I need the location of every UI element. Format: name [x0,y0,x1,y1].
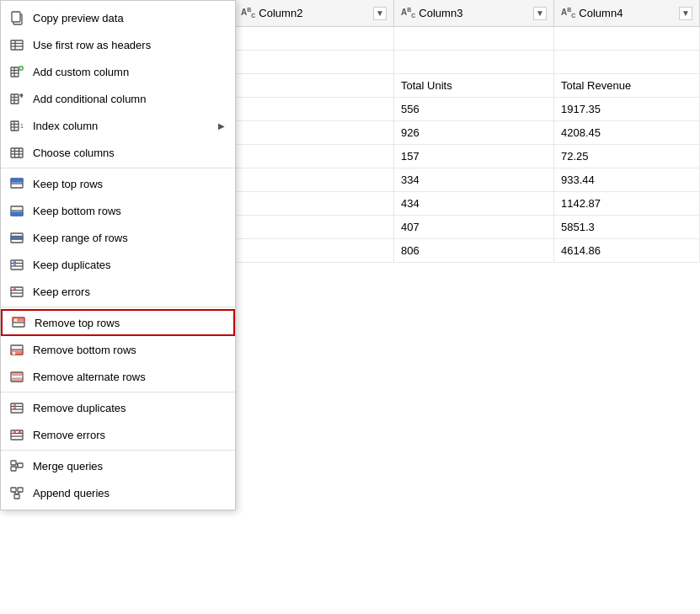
svg-rect-72 [11,467,16,471]
table-cell: 806 [394,239,554,262]
menu-label-keep-bottom-rows: Keep bottom rows [33,205,225,217]
table-cell: 5851.3 [554,216,700,238]
menu-label-use-first-row: Use first row as headers [33,39,225,51]
menu-separator [1,392,235,392]
menu-label-keep-duplicates: Keep duplicates [33,259,225,271]
menu-separator [1,450,235,451]
merge-icon [8,456,26,475]
svg-rect-76 [11,488,16,492]
keep-range-icon [8,228,26,247]
keep-bottom-icon [8,201,26,220]
table-cell [234,98,394,120]
menu-item-index-column[interactable]: 1 Index column▶ [1,112,235,139]
keep-dupes-icon [8,255,26,274]
menu-item-use-first-row[interactable]: Use first row as headers [1,31,235,58]
col4-type-icon: ABC [561,7,575,19]
index-col-icon: 1 [8,116,26,135]
svg-rect-77 [18,488,23,492]
svg-rect-63 [11,403,23,413]
svg-rect-5 [12,12,20,22]
choose-cols-icon [8,143,26,162]
svg-rect-36 [11,212,23,216]
table-cell: 1917.35 [554,98,700,120]
menu-separator [1,307,235,307]
menu-item-choose-columns[interactable]: Choose columns [1,139,235,166]
remove-errors-icon [8,425,26,444]
svg-rect-42 [11,260,23,270]
menu-item-remove-errors[interactable]: Remove errors [1,421,235,448]
table-cell [554,27,700,50]
menu-item-keep-range-rows[interactable]: Keep range of rows [1,224,235,251]
col3-label: Column3 [419,7,530,19]
append-icon [8,483,26,502]
table-cell [234,27,394,50]
svg-rect-71 [11,461,16,465]
col2-dropdown[interactable]: ▼ [373,7,387,20]
submenu-arrow: ▶ [218,121,225,131]
table-cell [234,192,394,215]
svg-text:1: 1 [20,123,24,129]
menu-label-merge-queries: Merge queries [33,460,225,473]
menu-label-add-conditional-col: Add conditional column [33,93,225,105]
table-cell: 4208.45 [554,121,700,144]
menu-item-remove-bottom-rows[interactable]: Remove bottom rows [1,336,235,363]
table-cell: 4614.86 [554,239,700,262]
menu-item-merge-queries[interactable]: Merge queries [1,452,235,479]
remove-dupes-icon [8,398,26,417]
table-cell [554,51,700,73]
add-custom-col-icon [8,62,26,81]
add-conditional-col-icon: ? [8,89,26,108]
col2-label: Column2 [259,7,370,19]
menu-item-add-conditional-col[interactable]: ? Add conditional column [1,85,235,112]
table-cell: 407 [394,216,554,238]
table-cell: 72.25 [554,145,700,168]
menu-item-copy-preview[interactable]: Copy preview data [1,4,235,31]
column4-header: ABC Column4 ▼ [554,0,700,26]
menu-label-choose-columns: Choose columns [33,147,225,159]
menu-label-copy-preview: Copy preview data [33,12,225,24]
table-cell: 157 [394,145,554,168]
svg-rect-78 [14,494,19,499]
context-menu: Copy preview data Use first row as heade… [0,0,236,510]
menu-item-keep-errors[interactable]: Keep errors [1,278,235,305]
menu-item-remove-top-rows[interactable]: Remove top rows [1,309,235,336]
menu-separator [1,168,235,168]
menu-label-remove-duplicates: Remove duplicates [33,402,225,414]
menu-label-append-queries: Append queries [33,487,225,499]
table-cell: Total Units [394,74,554,97]
menu-item-append-queries[interactable]: Append queries [1,479,235,506]
menu-label-remove-errors: Remove errors [33,429,225,441]
menu-item-keep-bottom-rows[interactable]: Keep bottom rows [1,197,235,224]
table-cell: 933.44 [554,168,700,191]
table-cell [234,121,394,144]
menu-label-index-column: Index column [33,120,211,132]
menu-item-keep-top-rows[interactable]: Keep top rows [1,170,235,197]
table-cell [234,74,394,97]
menu-label-remove-top-rows: Remove top rows [35,317,223,329]
menu-label-remove-alternate-rows: Remove alternate rows [33,371,225,383]
remove-top-icon [9,313,28,332]
column2-header: ABC Column2 ▼ [234,0,394,26]
keep-top-icon [8,174,26,193]
keep-errors-icon [8,282,26,301]
menu-label-keep-errors: Keep errors [33,286,225,298]
svg-rect-73 [18,463,23,467]
menu-item-remove-duplicates[interactable]: Remove duplicates [1,394,235,421]
col2-type-icon: ABC [241,7,255,19]
menu-label-keep-top-rows: Keep top rows [33,178,225,190]
menu-item-remove-alternate-rows[interactable]: Remove alternate rows [1,363,235,390]
svg-rect-33 [11,179,23,182]
col3-dropdown[interactable]: ▼ [533,7,547,20]
svg-line-75 [16,466,18,469]
col4-dropdown[interactable]: ▼ [679,7,692,20]
table-cell [234,168,394,191]
table-cell: 556 [394,98,554,120]
menu-item-add-custom-col[interactable]: Add custom column [1,58,235,85]
copy-icon [8,8,26,27]
col4-label: Column4 [579,7,676,19]
menu-item-keep-duplicates[interactable]: Keep duplicates [1,251,235,278]
table-cell [234,216,394,238]
svg-rect-45 [11,287,23,296]
remove-alternate-icon [8,367,26,386]
table-cell: Total Revenue [554,74,700,97]
